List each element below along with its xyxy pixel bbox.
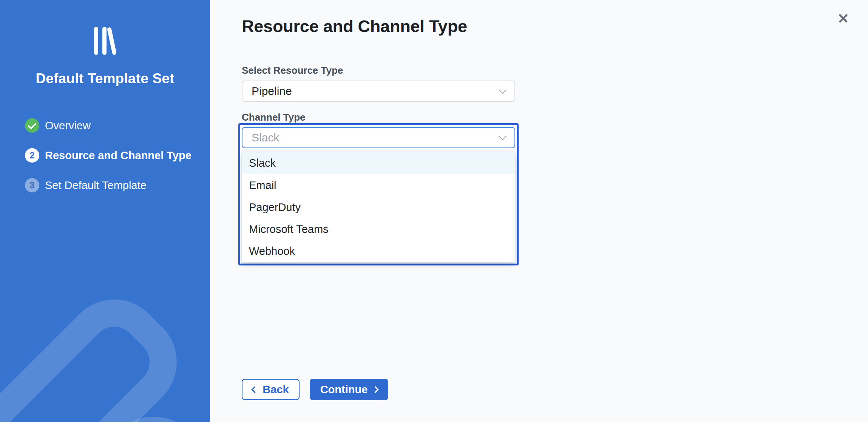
- option-email[interactable]: Email: [242, 174, 515, 196]
- stacked-books-logo-icon: [0, 0, 210, 56]
- step-label: Overview: [45, 119, 91, 132]
- focus-highlight-box: Slack Slack Email PagerDuty Microsoft Te…: [238, 123, 519, 265]
- step-label: Set Default Template: [45, 179, 147, 192]
- channel-type-dropdown: Slack Email PagerDuty Microsoft Teams We…: [242, 152, 515, 262]
- wizard-content: Resource and Channel Type Select Resourc…: [210, 0, 868, 422]
- back-button[interactable]: Back: [242, 379, 300, 400]
- form-area: Select Resource Type Pipeline Channel Ty…: [242, 64, 515, 265]
- step-resource-and-channel-type[interactable]: 2 Resource and Channel Type: [25, 148, 210, 163]
- step-number-badge: 3: [25, 178, 39, 192]
- step-label: Resource and Channel Type: [45, 149, 192, 162]
- continue-button[interactable]: Continue: [310, 379, 388, 400]
- continue-label: Continue: [320, 383, 368, 396]
- resource-type-label: Select Resource Type: [242, 64, 515, 76]
- channel-type-select[interactable]: Slack: [242, 127, 515, 148]
- option-webhook[interactable]: Webhook: [242, 240, 515, 262]
- chevron-down-icon: [499, 86, 507, 94]
- step-number-badge: 2: [25, 148, 39, 163]
- logo-bar: [94, 27, 98, 55]
- logo-bar-tilted: [107, 27, 116, 55]
- step-completed-badge: [25, 118, 39, 133]
- logo-bar: [102, 27, 107, 55]
- resource-type-value: Pipeline: [252, 85, 292, 98]
- page-title: Resource and Channel Type: [242, 17, 868, 36]
- channel-type-value: Slack: [252, 131, 279, 144]
- wizard-steps: Overview 2 Resource and Channel Type 3 S…: [0, 118, 210, 192]
- close-icon[interactable]: [836, 11, 851, 26]
- back-label: Back: [263, 383, 289, 396]
- wizard-sidebar: Default Template Set Overview 2 Resource…: [0, 0, 210, 422]
- option-pagerduty[interactable]: PagerDuty: [242, 196, 515, 218]
- chevron-left-icon: [252, 386, 258, 393]
- resource-type-select[interactable]: Pipeline: [242, 81, 515, 102]
- chevron-down-icon: [499, 132, 507, 140]
- wizard-name: Default Template Set: [4, 71, 206, 87]
- channel-type-label: Channel Type: [242, 111, 515, 123]
- check-icon: [27, 120, 36, 129]
- wizard-footer: Back Continue: [242, 379, 388, 400]
- step-set-default-template[interactable]: 3 Set Default Template: [25, 178, 210, 192]
- option-slack[interactable]: Slack: [242, 152, 515, 174]
- chevron-right-icon: [372, 386, 379, 393]
- option-microsoft-teams[interactable]: Microsoft Teams: [242, 218, 515, 240]
- step-overview[interactable]: Overview: [25, 118, 210, 133]
- watermark-link-shape: [0, 279, 197, 422]
